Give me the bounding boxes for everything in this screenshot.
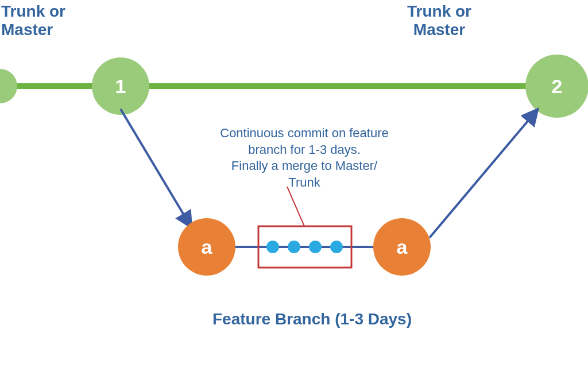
callout-leader	[287, 187, 304, 226]
diagram-stage: 1 2 a a Trunk or Master Tru	[0, 0, 588, 387]
callout-text: Continuous commit on feature branch for …	[195, 125, 413, 191]
trunk-label-right: Trunk or Master	[382, 2, 497, 39]
branch-arrow	[121, 109, 191, 226]
trunk-node-1: 1	[92, 57, 149, 115]
feature-branch-title: Feature Branch (1-3 Days)	[212, 310, 412, 328]
commit-dot	[309, 241, 322, 253]
merge-arrow	[430, 110, 537, 238]
feature-node-a1: a	[178, 218, 235, 276]
trunk-node-1-label: 1	[115, 75, 126, 97]
trunk-node-start-circle	[0, 69, 17, 103]
feature-node-a2: a	[373, 218, 431, 276]
trunk-node-2: 2	[525, 55, 588, 118]
commit-dot	[288, 241, 300, 253]
trunk-label-left: Trunk or Master	[1, 2, 65, 39]
diagram-svg: 1 2 a a	[0, 0, 588, 387]
commit-dot	[330, 241, 343, 253]
feature-node-a2-label: a	[397, 236, 408, 258]
feature-node-a1-label: a	[202, 236, 213, 258]
commit-dot	[266, 241, 279, 253]
trunk-node-start	[0, 69, 17, 103]
trunk-node-2-label: 2	[552, 75, 563, 97]
